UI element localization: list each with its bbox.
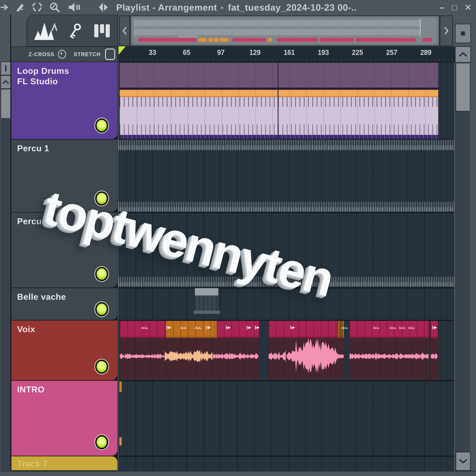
track-options-dots[interactable]: · · ·	[31, 310, 43, 316]
ruler-bar-number: 33	[149, 48, 156, 57]
right-scrollbar-track[interactable]	[455, 62, 470, 471]
voix-lane	[119, 321, 454, 380]
ruler-bar-number: 193	[318, 48, 329, 57]
clip-wave-icon	[390, 325, 396, 330]
ruler-bar-number: 129	[249, 48, 261, 57]
right-scrollbar-thumb[interactable]	[456, 63, 470, 111]
clip-cut-icon	[166, 325, 172, 330]
ruler-bar-number: 225	[352, 48, 363, 57]
clip-wave-icon	[399, 325, 406, 330]
clip-wave-icon	[195, 325, 202, 330]
window-buttons: – □ ✕	[440, 0, 472, 15]
ruler-bar-number: 161	[284, 48, 295, 57]
track-mute-led[interactable]	[95, 302, 108, 316]
automation-key-icon[interactable]	[68, 23, 83, 39]
track-options-dots[interactable]: · · ·	[31, 278, 43, 283]
scroll-down-button[interactable]	[456, 452, 471, 471]
titlebar: Playlist - Arrangement ▸ fat_tuesday_202…	[0, 0, 476, 15]
left-scrollbar-track[interactable]	[1, 118, 10, 470]
clip-cut-icon	[206, 325, 212, 330]
overview-end-line	[420, 18, 421, 37]
close-button[interactable]: ✕	[464, 2, 472, 12]
clip-cut-icon	[290, 325, 296, 330]
clip-cut-icon	[255, 325, 260, 330]
belle-vache-clip[interactable]	[195, 288, 218, 315]
breadcrumb-arrow-icon: ▸	[221, 4, 224, 11]
left-scroll-up-button[interactable]	[1, 75, 11, 89]
zcross-label: Z-CROSS	[29, 51, 54, 57]
clip-split-line	[278, 63, 278, 139]
loop-drums-clip[interactable]	[120, 63, 438, 139]
clip-cut-icon	[226, 325, 231, 330]
overview-waveform-ticks	[134, 29, 421, 35]
zcross-knob-icon[interactable]	[58, 50, 66, 59]
track-mute-led[interactable]	[95, 435, 108, 449]
track-name: INTRO	[17, 384, 118, 395]
playlist-tool-panel	[27, 15, 118, 46]
stretch-toggle[interactable]	[105, 49, 115, 60]
overview-waveform-ticks	[178, 35, 198, 38]
left-marker-button[interactable]	[1, 62, 11, 75]
zoom-select-icon[interactable]	[29, 2, 46, 12]
voix-clip-header[interactable]	[217, 321, 259, 338]
horizontal-scrollbar[interactable]	[0, 471, 476, 476]
clip-wave-icon	[373, 325, 380, 330]
pipe-icon	[5, 65, 6, 71]
track-options-dots[interactable]: · · ·	[31, 371, 43, 376]
percu1-clip-strip[interactable]	[119, 140, 454, 150]
track-header-track7[interactable]: Track 7	[11, 456, 118, 470]
track-options-dots[interactable]: · · ·	[31, 446, 43, 452]
overview-waveform-ticks	[134, 20, 421, 26]
ruler-bar-number: 289	[420, 48, 432, 57]
track-name-line2: FL Studio	[17, 76, 118, 87]
maximize-button[interactable]: □	[452, 2, 457, 12]
voix-waveform[interactable]	[119, 337, 454, 380]
track-header-intro[interactable]: INTRO · · ·	[11, 381, 118, 456]
ruler-bar-number: 97	[217, 48, 224, 57]
clip-options-row: Z-CROSS STRETCH	[11, 47, 118, 62]
track-header-belle-vache[interactable]: Belle vache · · ·	[11, 288, 118, 320]
stretch-label: STRETCH	[74, 51, 101, 57]
clip-wave-icon	[141, 325, 148, 330]
draw-tool-icon[interactable]	[11, 2, 29, 12]
track-name: Belle vache	[17, 292, 118, 302]
track-mute-led[interactable]	[95, 118, 108, 133]
pattern-piano-icon[interactable]	[94, 24, 111, 38]
row-divider	[119, 456, 454, 457]
zoom-cancel-icon[interactable]	[46, 1, 64, 13]
clip-wave-icon	[408, 325, 415, 330]
window-title: Playlist - Arrangement	[116, 2, 217, 13]
track-mute-led[interactable]	[95, 267, 108, 281]
playhead-marker[interactable]	[119, 46, 125, 55]
voix-clip-header[interactable]	[215, 321, 217, 338]
clip-wave-icon	[180, 325, 187, 330]
stop-square-icon	[461, 32, 465, 35]
track-mute-led[interactable]	[95, 359, 108, 374]
ruler-bar-number: 257	[386, 48, 397, 57]
song-overview-scrollbar[interactable]	[130, 16, 440, 46]
track-options-dots[interactable]: · · ·	[31, 203, 43, 208]
left-scrollbar-thumb[interactable]	[1, 89, 11, 119]
timeline-ruler[interactable]: 336597129161193225257289321	[118, 46, 455, 62]
intro-clip-sliver[interactable]	[119, 437, 122, 445]
track-name: Loop Drums	[17, 66, 118, 76]
minimize-button[interactable]: –	[440, 2, 444, 12]
playlist-window: Playlist - Arrangement ▸ fat_tuesday_202…	[0, 0, 476, 476]
audio-track-mode-icon[interactable]	[33, 21, 57, 40]
playlist-focus-button[interactable]	[455, 24, 471, 43]
voix-clip-header[interactable]	[269, 321, 338, 338]
voix-clip-header[interactable]	[350, 321, 429, 338]
scroll-up-button[interactable]	[455, 46, 471, 63]
detach-icon[interactable]	[92, 2, 116, 13]
intro-clip-sliver[interactable]	[119, 381, 122, 392]
snap-arrow-icon[interactable]	[0, 3, 11, 11]
voix-clip-header[interactable]	[338, 321, 340, 338]
track-options-dots[interactable]: · · ·	[31, 130, 43, 135]
track-header-voix[interactable]: Voix · · ·	[11, 321, 118, 380]
clip-cut-icon	[246, 325, 252, 330]
preview-sound-icon[interactable]	[64, 2, 85, 12]
track-header-loop-drums[interactable]: Loop Drums FL Studio · · ·	[11, 62, 118, 139]
window-subtitle: fat_tuesday_2024-10-23 00-..	[228, 2, 357, 13]
overview-scroll-left-button[interactable]	[119, 16, 130, 46]
overview-scroll-right-button[interactable]	[440, 16, 453, 46]
